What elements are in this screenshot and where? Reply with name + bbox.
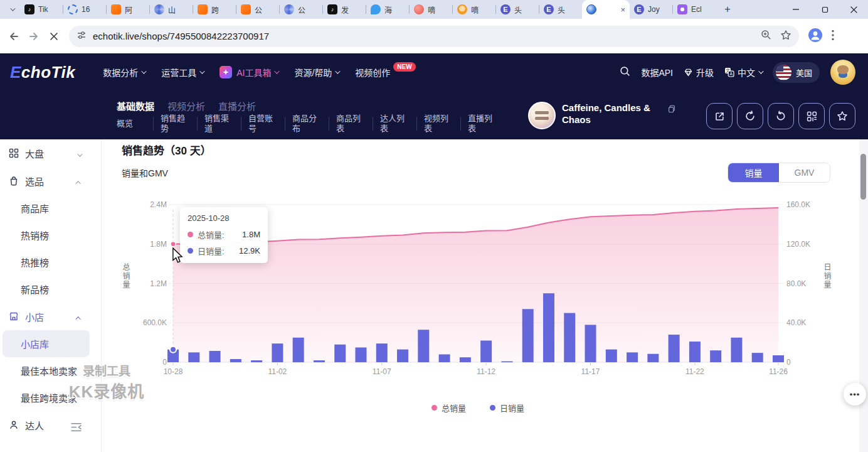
- daily-sales-bar[interactable]: [376, 343, 388, 362]
- subtab-达人列表[interactable]: 达人列表: [379, 114, 415, 134]
- zoom-page-icon[interactable]: [761, 30, 771, 43]
- daily-sales-bar[interactable]: [501, 362, 512, 363]
- daily-sales-bar[interactable]: [689, 342, 701, 362]
- subtab-视频列表[interactable]: 视频列表: [423, 114, 459, 134]
- daily-sales-bar[interactable]: [251, 360, 262, 362]
- upgrade-link[interactable]: 升级: [684, 66, 714, 78]
- nav-item-AI工具箱[interactable]: AI工具箱: [220, 66, 278, 78]
- daily-sales-bar[interactable]: [564, 313, 575, 362]
- subtab-商品分布[interactable]: 商品分布: [291, 114, 327, 134]
- open-external-button[interactable]: [706, 103, 733, 129]
- new-tab-button[interactable]: +: [719, 1, 736, 18]
- close-tab-icon[interactable]: ×: [620, 5, 625, 14]
- close-window-button[interactable]: [839, 0, 868, 19]
- subtab-商品列表[interactable]: 商品列表: [335, 114, 371, 134]
- tab-active[interactable]: ×: [582, 0, 630, 19]
- daily-sales-bar[interactable]: [710, 350, 721, 362]
- sidebar-subitem-商品库[interactable]: 商品库: [0, 195, 101, 222]
- collapse-sidebar-icon[interactable]: [70, 422, 82, 435]
- nav-item-运营工具[interactable]: 运营工具: [161, 66, 203, 78]
- toggle-GMV[interactable]: GMV: [779, 163, 830, 182]
- subtab-直播列表[interactable]: 直播列表: [467, 114, 503, 134]
- tab[interactable]: 阿: [107, 0, 149, 19]
- tab[interactable]: 海: [366, 0, 409, 19]
- share-link-button[interactable]: [768, 103, 794, 129]
- daily-sales-bar[interactable]: [293, 338, 304, 362]
- daily-sales-bar[interactable]: [418, 330, 429, 362]
- daily-sales-bar[interactable]: [397, 350, 408, 362]
- daily-sales-bar[interactable]: [543, 293, 554, 362]
- daily-sales-bar[interactable]: [522, 309, 534, 362]
- nav-item-视频创作[interactable]: 视频创作NEW: [355, 66, 415, 78]
- toggle-销量[interactable]: 销量: [728, 163, 779, 182]
- tab[interactable]: E头: [539, 0, 582, 19]
- language-selector[interactable]: 文A 中文: [724, 66, 762, 78]
- tab-视频分析[interactable]: 视频分析: [167, 99, 205, 112]
- more-actions-button[interactable]: •••: [844, 383, 866, 406]
- user-avatar[interactable]: [830, 60, 855, 85]
- sidebar-subitem-热销榜[interactable]: 热销榜: [0, 222, 101, 249]
- subtab-销售渠道[interactable]: 销售渠道: [203, 114, 240, 134]
- daily-sales-bar[interactable]: [188, 352, 199, 362]
- echotik-logo[interactable]: EchoTik: [10, 63, 75, 82]
- tab[interactable]: 16: [63, 0, 106, 19]
- back-button[interactable]: [4, 26, 24, 46]
- tab[interactable]: 山: [150, 0, 193, 19]
- sidebar-subitem-新品榜[interactable]: 新品榜: [0, 276, 101, 303]
- tab[interactable]: 公: [280, 0, 322, 19]
- daily-sales-bar[interactable]: [480, 340, 492, 362]
- page-scrollbar[interactable]: [859, 139, 868, 452]
- sidebar-item-达人[interactable]: 达人: [0, 411, 101, 439]
- sidebar-item-选品[interactable]: 选品: [0, 167, 101, 195]
- sidebar-item-大盘[interactable]: 大盘: [0, 139, 101, 167]
- subtab-自营账号[interactable]: 自营账号: [247, 114, 283, 134]
- stop-loading-button[interactable]: [44, 26, 64, 46]
- daily-sales-bar[interactable]: [355, 347, 366, 362]
- daily-sales-bar[interactable]: [669, 335, 680, 362]
- tab-基础数据[interactable]: 基础数据: [117, 99, 154, 112]
- qr-code-button[interactable]: [798, 103, 825, 129]
- search-icon[interactable]: [620, 66, 630, 79]
- nav-item-资源/帮助[interactable]: 资源/帮助: [294, 66, 339, 78]
- site-info-icon[interactable]: [77, 30, 87, 43]
- nav-item-数据分析[interactable]: 数据分析: [103, 66, 145, 78]
- daily-sales-bar[interactable]: [209, 351, 221, 362]
- tab[interactable]: Ecl: [673, 0, 716, 19]
- tab[interactable]: ♪Tik: [20, 0, 63, 19]
- daily-sales-bar[interactable]: [585, 325, 596, 362]
- maximize-button[interactable]: [810, 0, 839, 19]
- forward-button[interactable]: [24, 26, 44, 46]
- region-selector[interactable]: 美国: [773, 62, 820, 83]
- sidebar-subitem-小店库[interactable]: 小店库: [3, 330, 90, 357]
- daily-sales-bar[interactable]: [627, 352, 638, 362]
- sidebar-item-小店[interactable]: 小店: [0, 303, 101, 330]
- tab-直播分析[interactable]: 直播分析: [218, 99, 256, 112]
- daily-sales-bar[interactable]: [230, 359, 241, 362]
- daily-sales-bar[interactable]: [314, 360, 325, 362]
- data-api-link[interactable]: 数据API: [641, 66, 673, 78]
- sidebar-subitem-热推榜[interactable]: 热推榜: [0, 249, 101, 276]
- daily-sales-bar[interactable]: [460, 357, 471, 362]
- daily-sales-bar[interactable]: [773, 355, 784, 362]
- favorite-star-button[interactable]: [829, 103, 855, 129]
- scrollbar-thumb[interactable]: [860, 154, 866, 200]
- tab-list-chevron-icon[interactable]: [4, 3, 20, 16]
- address-bar[interactable]: echotik.live/shops/7495500842223700917: [69, 26, 799, 47]
- subtab-概览[interactable]: 概览: [115, 119, 152, 129]
- daily-sales-bar[interactable]: [439, 354, 450, 362]
- sync-refresh-button[interactable]: [737, 103, 763, 129]
- tab[interactable]: 公: [236, 0, 279, 19]
- bookmark-star-icon[interactable]: [780, 30, 791, 43]
- minimize-button[interactable]: [781, 0, 810, 19]
- daily-sales-bar[interactable]: [334, 345, 346, 362]
- profile-icon[interactable]: [808, 28, 823, 45]
- legend-总销量[interactable]: 总销量: [431, 402, 466, 414]
- copy-icon[interactable]: [667, 104, 676, 116]
- daily-sales-bar[interactable]: [731, 338, 742, 362]
- tab[interactable]: 嘀: [410, 0, 452, 19]
- daily-sales-bar[interactable]: [752, 353, 763, 362]
- tab[interactable]: ♪发: [323, 0, 366, 19]
- tab[interactable]: E头: [496, 0, 539, 19]
- tab[interactable]: EJoy: [630, 0, 672, 19]
- tab[interactable]: 跨: [193, 0, 236, 19]
